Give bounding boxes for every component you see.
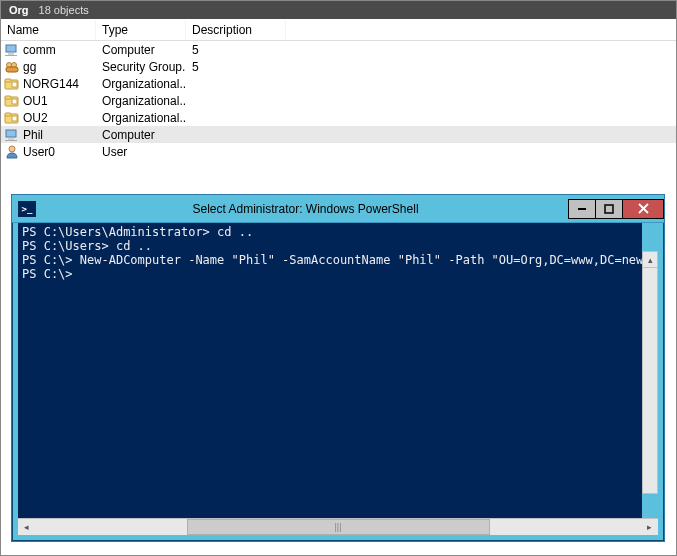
svg-rect-0	[6, 45, 16, 52]
col-header-name[interactable]: Name	[1, 20, 96, 40]
list-item[interactable]: OU1Organizational...	[1, 92, 676, 109]
computer-icon	[4, 127, 20, 143]
maximize-button[interactable]	[595, 199, 623, 219]
ps-window-controls	[569, 199, 664, 219]
list-item[interactable]: NORG144Organizational...	[1, 75, 676, 92]
col-header-description[interactable]: Description	[186, 20, 286, 40]
close-icon	[638, 203, 649, 214]
ad-title: Org	[9, 4, 29, 16]
cell-name: OU2	[1, 110, 96, 126]
ou-icon	[4, 110, 20, 126]
list-item[interactable]: ggSecurity Group...5	[1, 58, 676, 75]
column-headers[interactable]: Name Type Description	[1, 19, 676, 41]
item-name: gg	[23, 60, 36, 74]
cell-name: NORG144	[1, 76, 96, 92]
ou-icon	[4, 76, 20, 92]
cell-name: OU1	[1, 93, 96, 109]
cell-description: 5	[186, 60, 286, 74]
ad-titlebar[interactable]: Org 18 objects	[1, 1, 676, 19]
col-header-type[interactable]: Type	[96, 20, 186, 40]
list-item[interactable]: PhilComputer	[1, 126, 676, 143]
ps-window-title: Select Administrator: Windows PowerShell	[42, 202, 569, 216]
scroll-thumb[interactable]: |||	[187, 519, 490, 535]
scroll-up-icon[interactable]: ▴	[643, 252, 657, 268]
item-name: comm	[23, 43, 56, 57]
close-button[interactable]	[622, 199, 664, 219]
rows-container: commComputer5ggSecurity Group...5NORG144…	[1, 41, 676, 160]
user-icon	[4, 144, 20, 160]
cell-type: Computer	[96, 43, 186, 57]
svg-rect-2	[5, 55, 17, 56]
svg-rect-8	[12, 82, 17, 87]
scroll-track[interactable]: |||	[35, 519, 641, 535]
ad-object-count: 18 objects	[39, 4, 89, 16]
computer-icon	[4, 42, 20, 58]
svg-point-18	[9, 146, 15, 152]
item-name: OU1	[23, 94, 48, 108]
svg-rect-17	[5, 140, 17, 141]
list-item[interactable]: User0User	[1, 143, 676, 160]
cell-type: Computer	[96, 128, 186, 142]
cell-type: Organizational...	[96, 94, 186, 108]
list-item[interactable]: OU2Organizational...	[1, 109, 676, 126]
scroll-right-icon[interactable]: ▸	[641, 519, 658, 535]
svg-rect-5	[6, 67, 18, 72]
ps-body-wrap: PS C:\Users\Administrator> cd .. PS C:\U…	[12, 223, 664, 518]
cell-type: Organizational...	[96, 111, 186, 125]
cell-name: User0	[1, 144, 96, 160]
item-name: NORG144	[23, 77, 79, 91]
group-icon	[4, 59, 20, 75]
list-item[interactable]: commComputer5	[1, 41, 676, 58]
ps-scrollbar-horizontal[interactable]: ◂ ||| ▸	[18, 518, 658, 535]
item-name: Phil	[23, 128, 43, 142]
svg-rect-15	[6, 130, 16, 137]
svg-rect-1	[8, 53, 14, 55]
cell-type: Organizational...	[96, 77, 186, 91]
ou-icon	[4, 93, 20, 109]
maximize-icon	[604, 204, 614, 214]
cell-type: User	[96, 145, 186, 159]
cell-name: Phil	[1, 127, 96, 143]
ps-scrollbar-vertical[interactable]: ▴	[642, 251, 658, 494]
svg-rect-16	[8, 138, 14, 140]
svg-rect-11	[12, 99, 17, 104]
cell-name: gg	[1, 59, 96, 75]
powershell-window[interactable]: >_ Select Administrator: Windows PowerSh…	[11, 194, 665, 542]
scroll-left-icon[interactable]: ◂	[18, 519, 35, 535]
svg-rect-7	[5, 79, 11, 82]
powershell-icon: >_	[18, 201, 36, 217]
svg-rect-14	[12, 116, 17, 121]
svg-rect-13	[5, 113, 11, 116]
item-name: User0	[23, 145, 55, 159]
item-name: OU2	[23, 111, 48, 125]
svg-rect-20	[605, 205, 613, 213]
minimize-icon	[577, 204, 587, 214]
ps-console[interactable]: PS C:\Users\Administrator> cd .. PS C:\U…	[18, 223, 642, 518]
minimize-button[interactable]	[568, 199, 596, 219]
svg-rect-10	[5, 96, 11, 99]
cell-name: comm	[1, 42, 96, 58]
ps-titlebar[interactable]: >_ Select Administrator: Windows PowerSh…	[12, 195, 664, 223]
cell-type: Security Group...	[96, 60, 186, 74]
cell-description: 5	[186, 43, 286, 57]
